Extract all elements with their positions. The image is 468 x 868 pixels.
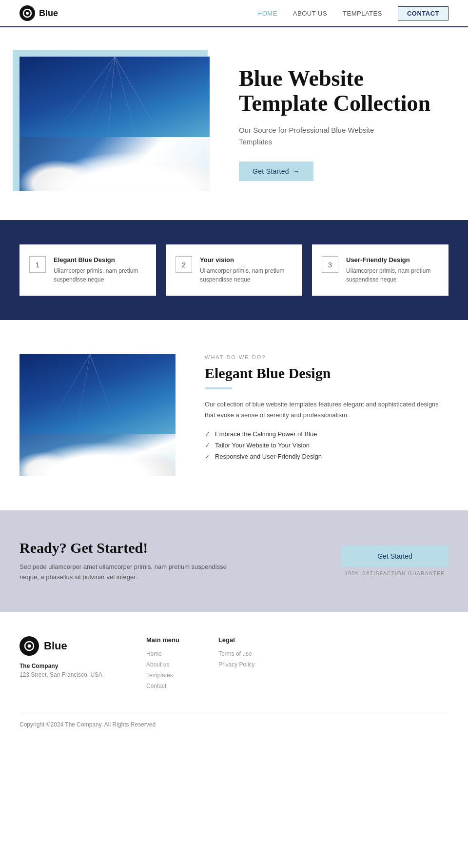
footer-main-menu: Main menu Home About us Templates Contac… [146, 636, 179, 693]
footer-menus: Main menu Home About us Templates Contac… [146, 636, 255, 693]
footer-link-contact[interactable]: Contact [146, 683, 179, 689]
cta-desc: Sed pede ullamcorper amet ullamcorper pr… [20, 562, 234, 583]
footer-legal-menu-title: Legal [218, 636, 255, 644]
feature-title-1: Elegant Blue Design [54, 256, 146, 263]
nav-about[interactable]: ABOUT US [293, 10, 327, 17]
what-divider [205, 387, 232, 389]
feature-content-3: User-Friendly Design Ullamcorper primis,… [346, 256, 439, 284]
what-section: WHAT DO WE DO? Elegant Blue Design Our c… [0, 320, 468, 510]
feature-title-2: Your vision [200, 256, 292, 263]
hero-section: Blue Website Template Collection Our Sou… [0, 27, 468, 220]
footer-link-about[interactable]: About us [146, 661, 179, 668]
svg-point-1 [26, 12, 29, 15]
feature-content-1: Elegant Blue Design Ullamcorper primis, … [54, 256, 146, 284]
hero-subtitle: Our Source for Professional Blue Website… [239, 124, 375, 148]
footer-company: The Company [20, 663, 117, 669]
nav-contact-button[interactable]: CONTACT [398, 6, 448, 20]
feature-num-1: 1 [29, 256, 46, 273]
nav-links: HOME ABOUT US TEMPLATES CONTACT [257, 6, 448, 20]
hero-title: Blue Website Template Collection [239, 66, 448, 116]
footer-logo: Blue [20, 636, 117, 656]
hero-cta-arrow: → [293, 167, 300, 175]
what-list-item-2: Tailor Your Website to Your Vision [205, 442, 448, 449]
cta-title: Ready? Get Started! [20, 540, 234, 556]
footer-legal-menu: Legal Terms of use Privacy Policy [218, 636, 255, 693]
cta-button[interactable]: Get Started [341, 545, 448, 567]
what-list-item-1: Embrace the Calming Power of Blue [205, 430, 448, 438]
cta-guarantee: 100% SATISFACTION GUARANTEE [341, 571, 448, 576]
what-list-item-3: Responsive and User-Friendly Design [205, 453, 448, 460]
footer-link-privacy[interactable]: Privacy Policy [218, 661, 255, 668]
cta-section: Ready? Get Started! Sed pede ullamcorper… [0, 510, 468, 612]
footer-copyright: Copyright ©2024 The Company, All Rights … [20, 721, 448, 728]
hero-cta-label: Get Started [253, 167, 289, 175]
features-section: 1 Elegant Blue Design Ullamcorper primis… [0, 220, 468, 320]
feature-desc-1: Ullamcorper primis, nam pretium suspendi… [54, 266, 146, 284]
what-list: Embrace the Calming Power of Blue Tailor… [205, 430, 448, 460]
nav-home[interactable]: HOME [257, 10, 277, 17]
feature-card-1: 1 Elegant Blue Design Ullamcorper primis… [20, 244, 156, 296]
what-title: Elegant Blue Design [205, 365, 448, 382]
hero-cta-button[interactable]: Get Started → [239, 161, 313, 181]
footer-logo-text: Blue [44, 640, 67, 652]
what-desc: Our collection of blue website templates… [205, 399, 448, 421]
what-text: WHAT DO WE DO? Elegant Blue Design Our c… [205, 354, 448, 464]
feature-title-3: User-Friendly Design [346, 256, 439, 263]
navbar: Blue HOME ABOUT US TEMPLATES CONTACT [0, 0, 468, 27]
feature-card-3: 3 User-Friendly Design Ullamcorper primi… [312, 244, 448, 296]
cta-right: Get Started 100% SATISFACTION GUARANTEE [341, 545, 448, 576]
what-image [20, 354, 176, 476]
nav-templates[interactable]: TEMPLATES [343, 10, 382, 17]
footer-divider [20, 713, 448, 713]
features-grid: 1 Elegant Blue Design Ullamcorper primis… [20, 244, 448, 296]
what-cloud [20, 415, 176, 476]
what-label: WHAT DO WE DO? [205, 354, 448, 360]
hero-text: Blue Website Template Collection Our Sou… [239, 66, 448, 181]
feature-card-2: 2 Your vision Ullamcorper primis, nam pr… [166, 244, 302, 296]
logo[interactable]: Blue [20, 5, 58, 21]
footer-main-menu-title: Main menu [146, 636, 179, 644]
hero-image [20, 57, 210, 191]
svg-point-3 [28, 644, 31, 647]
cta-left: Ready? Get Started! Sed pede ullamcorper… [20, 540, 234, 583]
logo-icon [20, 5, 35, 21]
hero-image-container [20, 57, 210, 191]
footer-address: 123 Street, San Francisco, USA [20, 671, 117, 678]
feature-content-2: Your vision Ullamcorper primis, nam pret… [200, 256, 292, 284]
feature-num-2: 2 [176, 256, 192, 273]
footer: Blue The Company 123 Street, San Francis… [0, 612, 468, 738]
footer-top: Blue The Company 123 Street, San Francis… [20, 636, 448, 693]
feature-desc-2: Ullamcorper primis, nam pretium suspendi… [200, 266, 292, 284]
footer-brand: Blue The Company 123 Street, San Francis… [20, 636, 117, 693]
hero-cloud [20, 117, 210, 191]
logo-text: Blue [39, 8, 58, 19]
feature-num-3: 3 [322, 256, 338, 273]
footer-link-home[interactable]: Home [146, 650, 179, 657]
footer-link-templates[interactable]: Templates [146, 672, 179, 679]
footer-logo-icon [20, 636, 39, 656]
feature-desc-3: Ullamcorper primis, nam pretium suspendi… [346, 266, 439, 284]
footer-link-terms[interactable]: Terms of use [218, 650, 255, 657]
